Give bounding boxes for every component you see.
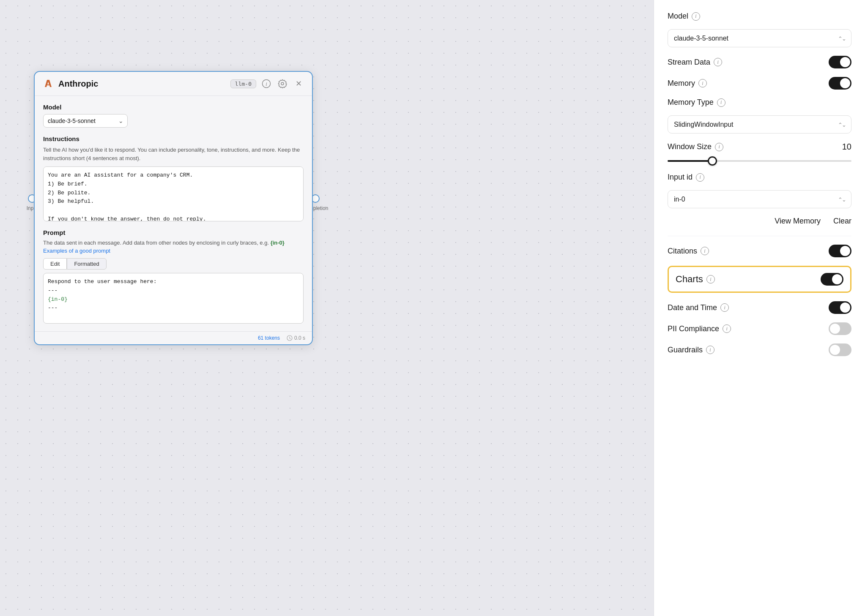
settings-pii-label: PII Compliance i	[668, 324, 731, 333]
charts-row: Charts i	[668, 266, 851, 293]
model-select[interactable]: claude-3-5-sonnet	[43, 114, 128, 128]
settings-memory-type-wrapper[interactable]: SlidingWindowInput	[668, 115, 851, 134]
settings-input-id-select[interactable]: in-0	[668, 190, 851, 208]
divider-1	[668, 236, 851, 236]
charts-toggle-slider	[821, 273, 843, 286]
window-size-slider[interactable]	[668, 160, 851, 162]
settings-input-id-label: Input id i	[668, 173, 704, 182]
prompt-line-3: {in-0}	[48, 295, 299, 304]
time-display: 0.0 s	[287, 335, 305, 341]
node-title: Anthropic	[58, 79, 226, 89]
settings-memory-type-select[interactable]: SlidingWindowInput	[668, 115, 851, 134]
citations-toggle-slider	[829, 245, 851, 257]
input-id-info-icon[interactable]: i	[696, 173, 704, 182]
tokens-display: 61 tokens	[258, 335, 280, 341]
settings-model-label: Model i	[668, 12, 700, 21]
settings-window-size-label: Window Size i	[668, 142, 723, 151]
instructions-textarea[interactable]: You are an AI assistant for a company's …	[43, 166, 304, 221]
memory-toggle-slider	[829, 77, 851, 90]
prompt-line-5	[48, 313, 299, 322]
settings-citations-row: Citations i	[668, 245, 851, 257]
citations-toggle[interactable]	[829, 245, 851, 257]
settings-icon-btn[interactable]	[276, 78, 288, 90]
model-field-label: Model	[43, 104, 304, 111]
prompt-line-6: Use this information from their CRM:	[48, 322, 299, 324]
stream-toggle-slider	[829, 56, 851, 68]
pii-toggle[interactable]	[829, 322, 851, 335]
guardrails-toggle-slider	[829, 343, 851, 356]
node-header: Anthropic llm-0 i ✕	[35, 72, 312, 96]
datetime-info-icon[interactable]: i	[720, 303, 729, 312]
charts-toggle[interactable]	[821, 273, 843, 286]
prompt-content[interactable]: Respond to the user message here: --- {i…	[43, 273, 304, 324]
settings-input-id-wrapper[interactable]: in-0	[668, 190, 851, 208]
memory-toggle[interactable]	[829, 77, 851, 90]
settings-citations-label: Citations i	[668, 247, 709, 256]
memory-info-icon[interactable]: i	[698, 79, 707, 87]
info-icon-btn[interactable]: i	[260, 78, 272, 90]
anthropic-node: Anthropic llm-0 i ✕ Model	[34, 71, 313, 345]
anthropic-logo	[42, 78, 54, 90]
clock-icon	[287, 335, 293, 341]
close-icon-btn[interactable]: ✕	[293, 78, 304, 90]
prompt-label: Prompt	[43, 229, 304, 236]
settings-guardrails-row: Guardrails i	[668, 343, 851, 356]
settings-memory-type-label: Memory Type i	[668, 98, 725, 107]
datetime-toggle[interactable]	[829, 301, 851, 314]
settings-datetime-label: Date and Time i	[668, 303, 729, 312]
window-size-slider-wrapper[interactable]	[668, 156, 851, 164]
node-footer: 61 tokens 0.0 s	[35, 331, 312, 344]
window-size-value: 10	[842, 142, 851, 152]
prompt-link[interactable]: Examples of a good prompt	[43, 248, 304, 254]
settings-pii-row: PII Compliance i	[668, 322, 851, 335]
node-icon-group: i ✕	[260, 78, 304, 90]
settings-panel: Model i claude-3-5-sonnet Stream Data i …	[654, 0, 865, 616]
memory-type-info-icon[interactable]: i	[717, 98, 725, 107]
guardrails-info-icon[interactable]: i	[706, 346, 714, 354]
citations-info-icon[interactable]: i	[701, 247, 709, 255]
stream-toggle[interactable]	[829, 56, 851, 68]
view-clear-row: View Memory Clear	[668, 217, 851, 226]
settings-model-select-wrapper[interactable]: claude-3-5-sonnet	[668, 29, 851, 47]
settings-window-size-row: Window Size i 10	[668, 142, 851, 152]
stream-info-icon[interactable]: i	[714, 58, 722, 66]
node-body: Model claude-3-5-sonnet Instructions Tel…	[35, 96, 312, 331]
datetime-toggle-slider	[829, 301, 851, 314]
prompt-description: The data sent in each message. Add data …	[43, 240, 304, 246]
model-info-icon[interactable]: i	[692, 12, 700, 21]
instructions-description: Tell the AI how you'd like it to respond…	[43, 146, 304, 162]
tab-edit[interactable]: Edit	[43, 258, 67, 270]
model-select-wrapper[interactable]: claude-3-5-sonnet	[43, 114, 128, 128]
pii-toggle-slider	[829, 322, 851, 335]
settings-model-row: Model i	[668, 12, 851, 21]
settings-memory-type-row: Memory Type i	[668, 98, 851, 107]
settings-stream-row: Stream Data i	[668, 56, 851, 68]
settings-stream-label: Stream Data i	[668, 58, 722, 67]
settings-memory-label: Memory i	[668, 79, 707, 88]
settings-model-select[interactable]: claude-3-5-sonnet	[668, 29, 851, 47]
settings-memory-row: Memory i	[668, 77, 851, 90]
charts-info-icon[interactable]: i	[706, 275, 715, 283]
settings-guardrails-label: Guardrails i	[668, 346, 714, 354]
settings-charts-label: Charts i	[676, 274, 715, 285]
instructions-label: Instructions	[43, 135, 304, 142]
settings-datetime-row: Date and Time i	[668, 301, 851, 314]
prompt-line-4: ---	[48, 304, 299, 313]
pii-info-icon[interactable]: i	[723, 324, 731, 333]
view-memory-btn[interactable]: View Memory	[775, 217, 821, 226]
guardrails-toggle[interactable]	[829, 343, 851, 356]
prompt-section: Prompt The data sent in each message. Ad…	[43, 229, 304, 324]
window-size-info-icon[interactable]: i	[715, 143, 723, 151]
clear-btn[interactable]: Clear	[833, 217, 851, 226]
prompt-tabs: Edit Formatted	[43, 258, 304, 270]
prompt-line-2: ---	[48, 286, 299, 295]
settings-input-id-row: Input id i	[668, 173, 851, 182]
tab-formatted[interactable]: Formatted	[67, 258, 106, 270]
svg-text:i: i	[266, 81, 267, 87]
node-badge: llm-0	[230, 79, 256, 88]
prompt-line-1: Respond to the user message here:	[48, 278, 299, 286]
